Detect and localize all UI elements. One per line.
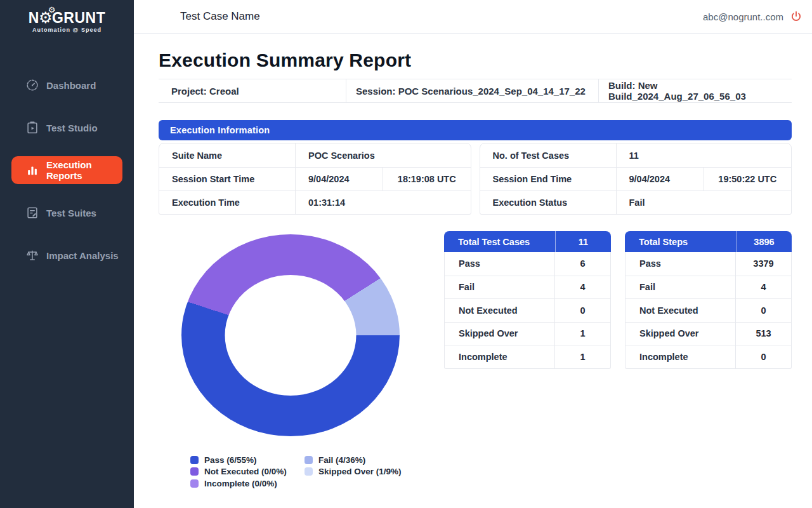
table-row: Not Executed 0: [445, 298, 610, 322]
table-row: Fail 4: [625, 276, 791, 299]
page-title: Execution Summary Report: [159, 50, 792, 71]
user-email: abc@nogrunt..com: [703, 11, 783, 22]
row-label: Execution Status: [480, 191, 616, 214]
row-label: Suite Name: [159, 144, 295, 167]
gear-icon: ⚙: [48, 6, 56, 14]
logo-text-n: N: [29, 11, 39, 25]
row-value-date: 9/04/2024: [616, 168, 704, 190]
row-label: Session End Time: [480, 168, 616, 190]
sidebar-item-label: Impact Analysis: [46, 250, 119, 261]
table-row: No. of Test Cases 11: [480, 144, 792, 167]
legend-swatch: [304, 456, 313, 464]
summary-section: Pass (6/55%) Not Executed (0/0%) Incompl…: [159, 231, 792, 490]
app-window: N⚙⚙GRUNT Automation @ Speed Dashboard Te…: [0, 0, 812, 508]
logo-text-grunt: GRUNT: [52, 11, 105, 25]
legend-swatch: [190, 479, 199, 488]
row-value-time: 19:50:22 UTC: [704, 168, 792, 190]
row-value: 11: [616, 144, 792, 167]
total-steps-table: Total Steps 3896 Pass 3379 Fail 4: [625, 231, 792, 490]
legend-item-incomplete: Incomplete (0/0%): [190, 478, 304, 490]
table-header: Total Steps 3896: [625, 231, 792, 252]
project-name: Project: Creoal: [159, 79, 346, 102]
row-label: Execution Time: [159, 191, 295, 214]
legend-swatch: [304, 467, 313, 476]
sidebar-item-execution-reports[interactable]: Execution Reports: [11, 156, 122, 184]
topbar-title: Test Case Name: [180, 10, 260, 23]
table-row: Skipped Over 513: [625, 322, 791, 345]
legend-item-skipped-over: Skipped Over (1/9%): [304, 466, 444, 478]
table-row: Session End Time 9/04/2024 19:50:22 UTC: [480, 167, 792, 190]
execution-info-tables: Suite Name POC Scenarios Session Start T…: [159, 143, 792, 215]
legend-item-pass: Pass (6/55%): [190, 454, 304, 466]
row-value-time: 18:19:08 UTC: [383, 168, 471, 190]
session-name: Session: POC Scenarious_2024_Sep_04_14_1…: [346, 79, 598, 102]
total-test-cases-table: Total Test Cases 11 Pass 6 Fail 4: [444, 231, 611, 490]
test-studio-icon: [25, 121, 39, 135]
execution-info-table-right: No. of Test Cases 11 Session End Time 9/…: [480, 143, 792, 215]
sidebar-item-test-suites[interactable]: Test Suites: [0, 199, 134, 227]
sidebar-nav: Dashboard Test Studio Execution Reports: [0, 71, 134, 269]
speedometer-icon: [25, 78, 39, 92]
legend-swatch: [190, 467, 199, 476]
build-name: Build: New Build_2024_Aug_27_06_56_03: [598, 79, 792, 102]
table-row: Skipped Over 1: [445, 322, 610, 345]
table-row: Incomplete 0: [625, 345, 791, 368]
table-row: Suite Name POC Scenarios: [159, 144, 471, 167]
table-row: Pass 6: [445, 252, 610, 276]
row-label: Session Start Time: [159, 168, 295, 190]
legend-item-not-executed: Not Executed (0/0%): [190, 466, 304, 478]
scale-icon: [25, 248, 39, 262]
table-row: Incomplete 1: [445, 345, 610, 368]
sidebar-item-impact-analysis[interactable]: Impact Analysis: [0, 241, 134, 269]
sidebar-item-label: Execution Reports: [46, 159, 122, 181]
bar-chart-icon: [25, 163, 39, 177]
sidebar-item-label: Test Suites: [46, 208, 96, 218]
legend-item-fail: Fail (4/36%): [304, 454, 444, 466]
row-label: No. of Test Cases: [480, 144, 616, 167]
logout-power-icon[interactable]: [790, 10, 802, 23]
brand-tagline: Automation @ Speed: [0, 27, 134, 33]
row-value-date: 9/04/2024: [295, 168, 383, 190]
table-row: Not Executed 0: [625, 298, 791, 322]
brand-logo: N⚙⚙GRUNT Automation @ Speed: [0, 0, 134, 42]
donut-hole: [225, 275, 357, 396]
report-content: Execution Summary Report Project: Creoal…: [134, 34, 812, 490]
table-row: Pass 3379: [625, 252, 791, 276]
row-value: Fail: [616, 191, 792, 214]
project-info-bar: Project: Creoal Session: POC Scenarious_…: [159, 79, 792, 103]
execution-information-header: Execution Information: [159, 120, 792, 140]
table-row: Session Start Time 9/04/2024 18:19:08 UT…: [159, 167, 471, 190]
execution-info-table-left: Suite Name POC Scenarios Session Start T…: [159, 143, 471, 215]
status-chart-column: Pass (6/55%) Not Executed (0/0%) Incompl…: [159, 231, 444, 490]
chart-legend: Pass (6/55%) Not Executed (0/0%) Incompl…: [190, 454, 444, 490]
legend-swatch: [190, 456, 199, 464]
status-donut-chart: [181, 234, 400, 436]
main-area: Test Case Name abc@nogrunt..com Executio…: [134, 0, 812, 508]
table-row: Execution Time 01:31:14: [159, 190, 471, 214]
sidebar-item-dashboard[interactable]: Dashboard: [0, 71, 134, 99]
table-header: Total Test Cases 11: [444, 231, 611, 252]
topbar: Test Case Name abc@nogrunt..com: [134, 0, 812, 34]
sidebar: N⚙⚙GRUNT Automation @ Speed Dashboard Te…: [0, 0, 134, 508]
sidebar-item-test-studio[interactable]: Test Studio: [0, 114, 134, 142]
sidebar-item-label: Dashboard: [46, 80, 96, 91]
sidebar-item-label: Test Studio: [46, 123, 98, 133]
test-suites-icon: [25, 206, 39, 220]
row-value: POC Scenarios: [295, 144, 471, 167]
table-row: Fail 4: [445, 276, 610, 299]
row-value: 01:31:14: [295, 191, 471, 214]
table-row: Execution Status Fail: [480, 190, 792, 214]
